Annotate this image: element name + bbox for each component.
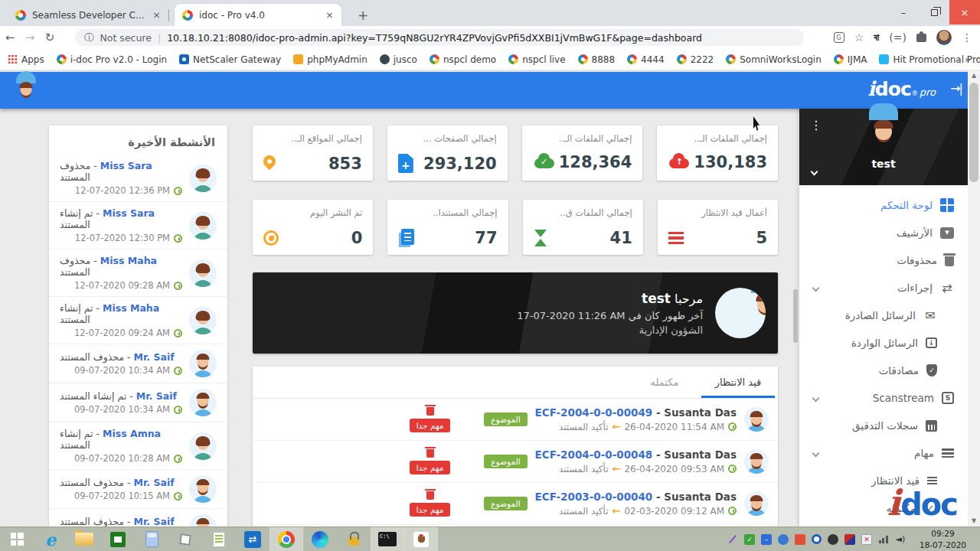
sidebar-menu-item[interactable]: مصادقات	[799, 357, 968, 384]
paren-extension-icon[interactable]: (=)	[889, 31, 906, 44]
scrollbar-thumb[interactable]	[969, 83, 978, 182]
activity-user[interactable]: Miss Maha	[100, 255, 157, 266]
extensions-puzzle-icon[interactable]	[916, 34, 926, 42]
task-row[interactable]: ECF-2004-0-0-00048 - Susanta Das 26-04-2…	[253, 441, 778, 483]
bookmark-item[interactable]: 2222	[677, 54, 714, 65]
sidebar-scrollbar-thumb[interactable]	[793, 289, 798, 343]
start-button[interactable]	[0, 527, 34, 551]
tab-close-icon[interactable]: ×	[152, 9, 161, 21]
bookmark-item[interactable]: nspcl live	[508, 54, 565, 65]
tray-dark-icon[interactable]	[828, 534, 838, 545]
bengali-extension-icon[interactable]: বা	[874, 32, 879, 43]
sidebar-menu-item[interactable]: محذوفات	[799, 246, 968, 274]
bookmark-item[interactable]: IJMA	[834, 54, 867, 65]
chrome-icon[interactable]	[270, 527, 303, 551]
activity-user[interactable]: Miss Sara	[100, 160, 152, 171]
file-explorer-icon[interactable]	[67, 527, 101, 551]
info-icon[interactable]: ⓘ	[84, 31, 94, 44]
chevron-down-icon[interactable]	[812, 284, 820, 292]
chevron-down-icon[interactable]	[812, 394, 820, 402]
task-row[interactable]: ECF-2003-0-0-00040 - Susanta Das 02-03-2…	[253, 483, 778, 525]
bookmark-star-icon[interactable]: ☆	[854, 31, 864, 44]
profile-avatar[interactable]	[936, 30, 952, 45]
bookmark-item[interactable]: Apps	[8, 54, 44, 65]
3d-viewer-icon[interactable]	[168, 527, 202, 551]
tab-seamless-console[interactable]: Seamless Developer Console v1.0 ×	[8, 4, 168, 26]
teamviewer-icon[interactable]: ⇄	[236, 527, 270, 551]
trash-icon[interactable]	[426, 449, 434, 458]
activity-row[interactable]: Mr. Saif - تم إنشاء المستند 09-07-2020 1…	[49, 383, 227, 422]
activity-user[interactable]: Mr. Saif	[134, 351, 175, 363]
calculator-icon[interactable]	[135, 527, 168, 551]
tab-completed[interactable]: مكتمله	[628, 367, 701, 398]
reload-button[interactable]: ↻	[40, 31, 60, 44]
stat-card[interactable]: إجمالي المواقع الـ.. 853	[253, 126, 373, 181]
wordpad-icon[interactable]	[202, 527, 236, 551]
activity-row[interactable]: Miss Maha - تم إنشاء المستند 12-07-2020 …	[49, 297, 227, 344]
bookmarks-overflow-icon[interactable]: »	[965, 54, 971, 65]
translate-icon[interactable]: G	[834, 32, 844, 43]
task-code-link[interactable]: ECF-2004-0-0-00049	[535, 406, 653, 419]
cmd-icon[interactable]: C:\	[371, 527, 404, 551]
chevron-down-icon[interactable]	[812, 449, 820, 457]
taskbar-clock[interactable]: 09:29 18-07-2020	[912, 528, 974, 549]
activity-user[interactable]: Miss Sara	[103, 207, 155, 219]
tray-speaker-icon[interactable]: ◄)	[895, 534, 906, 545]
stat-card[interactable]: إجمالي الملفات ق.. 41	[523, 200, 643, 255]
tray-flag-error-icon[interactable]: ✕	[861, 534, 872, 545]
ms-store-icon[interactable]	[101, 527, 135, 551]
sidebar-menu-item[interactable]: الرسائل الصادرة	[799, 302, 968, 329]
scroll-up-arrow[interactable]: ▲	[968, 70, 980, 81]
lock-app-icon[interactable]	[337, 527, 371, 551]
bookmark-item[interactable]: phpMyAdmin	[293, 54, 368, 65]
activity-row[interactable]: Miss Sara - محذوف المستند 12-07-2020 12:…	[49, 155, 227, 202]
scroll-down-arrow[interactable]: ▼	[968, 516, 980, 527]
bookmark-item[interactable]: 8888	[578, 54, 616, 65]
java-icon[interactable]	[404, 527, 438, 551]
browser-menu-icon[interactable]: ⋮	[962, 31, 972, 44]
new-tab-button[interactable]: +	[354, 6, 372, 24]
restore-button[interactable]	[919, 0, 949, 24]
sidebar-collapse-icon[interactable]: →|	[950, 81, 962, 96]
sidebar-menu-item[interactable]: الأرشيف	[799, 219, 968, 246]
task-code-link[interactable]: ECF-2004-0-0-00048	[535, 448, 653, 461]
trash-icon[interactable]	[426, 407, 434, 416]
back-button[interactable]: ←	[0, 31, 20, 44]
stat-card[interactable]: إجمالي الملفات الـ.. 130,183	[657, 126, 778, 181]
activity-user[interactable]: Mr. Saif	[136, 390, 177, 402]
sidebar-menu-item[interactable]: Scanstream	[799, 384, 968, 412]
page-scrollbar[interactable]: ▲ ▼	[968, 70, 980, 527]
ie-icon[interactable]: e	[34, 527, 67, 551]
activity-user[interactable]: Mr. Saif	[134, 477, 175, 488]
tray-record-icon[interactable]	[795, 534, 805, 545]
forward-button[interactable]: →	[20, 31, 40, 44]
tray-pen-icon[interactable]	[727, 534, 738, 545]
tray-swirl-icon[interactable]	[812, 534, 822, 544]
tray-antivirus-icon[interactable]: ✓	[744, 534, 755, 545]
activity-row[interactable]: Mr. Saif - محذوف المستند 09-07-2020 10:3…	[49, 344, 227, 383]
activity-row[interactable]: Mr. Saif - محذوف المستند 09-07-2020 10:1…	[49, 509, 227, 527]
stat-card[interactable]: تم النشر اليوم 0	[253, 200, 373, 255]
task-code-link[interactable]: ECF-2003-0-0-00040	[535, 491, 653, 503]
address-bar[interactable]: ⓘ Not secure | 10.18.10.21:8080/idoc-pro…	[75, 29, 804, 46]
bookmark-item[interactable]: nspcl demo	[430, 54, 496, 65]
sidebar-menu-item[interactable]: لوحة التحكم	[799, 191, 968, 219]
profile-menu-icon[interactable]: ⋮	[810, 118, 822, 132]
stat-card[interactable]: إجمالي الصفحات ... 293,120	[387, 126, 508, 181]
close-button[interactable]: ×	[949, 0, 980, 24]
trash-icon[interactable]	[426, 491, 434, 500]
sidebar-menu-item[interactable]: مهام	[799, 439, 968, 467]
bookmark-item[interactable]: 4444	[627, 54, 665, 65]
sidebar-menu-item[interactable]: إجراءات	[799, 274, 968, 302]
sidebar-menu-item[interactable]: سجلات التدقيق	[799, 412, 968, 439]
bookmark-item[interactable]: i-doc Pro v2.0 - Login	[57, 54, 167, 65]
activity-row[interactable]: Mr. Saif - محذوف المستند 09-07-2020 10:1…	[49, 470, 227, 509]
bookmark-item[interactable]: SomniWorksLogin	[726, 54, 822, 65]
bookmark-item[interactable]: jusco	[380, 54, 417, 65]
tray-teamviewer-icon[interactable]: –	[761, 534, 772, 545]
tray-rdp-icon[interactable]	[844, 534, 855, 545]
activity-user[interactable]: Mr. Saif	[134, 516, 175, 527]
stat-card[interactable]: إجمالي الملفات الـ.. 128,364	[522, 126, 643, 181]
tray-app-icon[interactable]	[778, 534, 789, 545]
activity-row[interactable]: Miss Sara - تم إنشاء المستند 12-07-2020 …	[49, 202, 227, 249]
